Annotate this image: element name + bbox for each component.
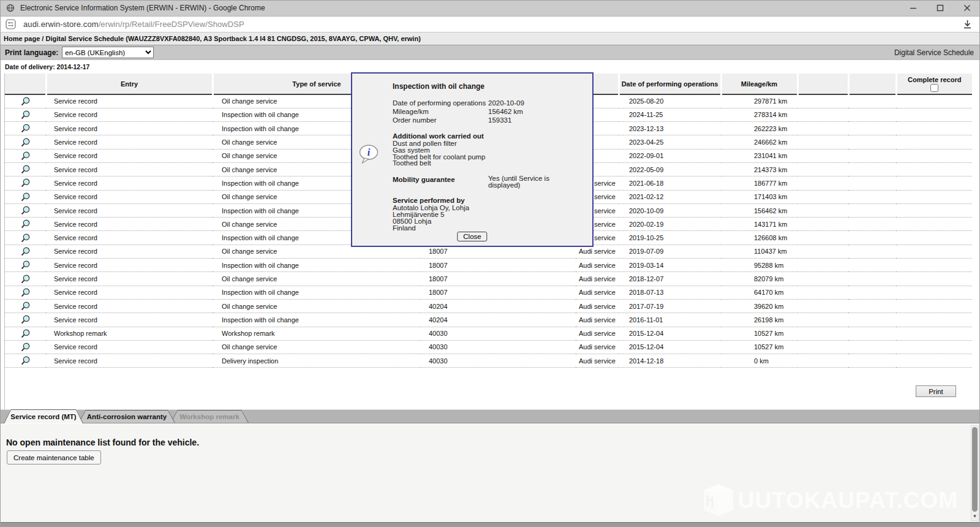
magnifier-icon[interactable] (20, 233, 31, 243)
tab-anti-corrosion-warranty[interactable]: Anti-corrosion warranty (78, 410, 175, 423)
complete-record-checkbox[interactable] (930, 84, 938, 92)
empty-cell (797, 340, 848, 354)
detail-cell (5, 162, 46, 176)
magnifier-icon[interactable] (20, 137, 31, 148)
magnifier-icon[interactable] (20, 328, 31, 339)
empty-cell (797, 122, 848, 135)
empty-cell (848, 176, 896, 190)
empty-cell (797, 94, 848, 108)
entry-cell: Service record (46, 218, 213, 231)
close-button[interactable]: Close (457, 232, 487, 241)
detail-cell (5, 299, 46, 313)
entry-cell: Service record (46, 354, 213, 368)
complete-record-cell (896, 176, 972, 190)
complete-record-cell (896, 203, 972, 217)
scroll-down-arrow[interactable]: ▼ (972, 514, 978, 520)
table-row: Service record Oil change service 40204 … (5, 299, 972, 313)
table-row: Service record Oil change service 18007 … (5, 272, 972, 286)
close-window-button[interactable] (962, 2, 973, 13)
magnifier-icon[interactable] (20, 301, 31, 311)
minimize-button[interactable] (908, 2, 919, 13)
performer-cell: Audi service (576, 272, 619, 286)
mileage-cell: 297871 km (721, 94, 797, 108)
print-button[interactable]: Print (916, 385, 956, 397)
magnifier-icon[interactable] (20, 246, 31, 257)
workshop-number-cell: 40030 (421, 327, 576, 340)
magnifier-icon[interactable] (20, 192, 31, 202)
magnifier-icon[interactable] (20, 355, 31, 366)
empty-cell (848, 190, 896, 203)
empty-cell (797, 176, 848, 190)
magnifier-icon[interactable] (20, 274, 31, 284)
window-titlebar: Electronic Service Information System (E… (0, 0, 980, 17)
empty-cell (797, 231, 848, 245)
date-cell: 2021-06-18 (619, 176, 721, 190)
magnifier-icon[interactable] (20, 219, 31, 229)
type-of-service-cell: Inspection with oil change (213, 313, 421, 327)
magnifier-icon[interactable] (20, 314, 31, 325)
mileage-cell: 126608 km (721, 231, 797, 245)
magnifier-icon[interactable] (20, 287, 31, 298)
magnifier-icon[interactable] (20, 164, 31, 175)
magnifier-icon[interactable] (20, 123, 31, 134)
mileage-cell: 214373 km (721, 162, 797, 176)
date-of-delivery: Date of delivery: 2014-12-17 (5, 63, 89, 70)
complete-record-cell (896, 218, 972, 231)
url-text: audi.erwin-store.com/erwin/rp/Retail/Fre… (23, 20, 244, 29)
workshop-number-cell: 18007 (421, 259, 576, 272)
workshop-number-cell: 18007 (421, 286, 576, 299)
maximize-button[interactable] (935, 2, 946, 13)
type-of-service-cell: Oil change service (213, 340, 421, 354)
type-of-service-cell: Workshop remark (213, 327, 421, 340)
performer-cell: Audi service (576, 327, 619, 340)
close-icon (963, 4, 971, 12)
complete-record-cell (896, 299, 972, 313)
detail-cell (5, 231, 46, 245)
empty-cell (848, 327, 896, 340)
empty-cell (848, 203, 896, 217)
workshop-number-cell: 40204 (421, 313, 576, 327)
detail-cell (5, 94, 46, 108)
print-language-bar: Print language: en-GB (UKEnglish) Digita… (0, 45, 980, 60)
magnifier-icon[interactable] (20, 178, 31, 188)
mobility-guarantee-label: Mobility guarantee (393, 175, 488, 189)
empty-cell (797, 203, 848, 217)
magnifier-icon[interactable] (20, 205, 31, 216)
magnifier-icon[interactable] (20, 110, 31, 120)
workshop-number-cell: 18007 (421, 272, 576, 286)
empty-cell (848, 108, 896, 121)
table-row: Service record Inspection with oil chang… (5, 286, 972, 299)
workshop-number-cell: 40204 (421, 299, 576, 313)
mileage-cell: 262223 km (721, 122, 797, 135)
icon-column-header (5, 74, 46, 94)
type-of-service-cell: Delivery inspection (213, 354, 421, 368)
download-icon[interactable] (962, 19, 973, 29)
scrollbar-thumb[interactable] (972, 427, 978, 512)
site-settings-icon[interactable] (6, 19, 16, 29)
print-language-select[interactable]: en-GB (UKEnglish) (62, 47, 154, 58)
url-path: /erwin/rp/Retail/FreeDSPView/ShowDSP (99, 20, 244, 29)
entry-cell: Service record (46, 149, 213, 162)
tab-service-record-mt[interactable]: Service record (MT) (4, 409, 83, 423)
vertical-scrollbar[interactable]: ▼ (971, 425, 979, 521)
empty-cell (797, 272, 848, 286)
performer-cell: Audi service (576, 259, 619, 272)
complete-record-cell (896, 327, 972, 340)
empty-cell (797, 286, 848, 299)
magnifier-icon[interactable] (20, 342, 31, 352)
magnifier-icon[interactable] (20, 96, 31, 107)
date-cell: 2022-09-01 (619, 149, 721, 162)
additional-work-section: Additional work carried out Dust and pol… (393, 132, 587, 167)
detail-cell (5, 122, 46, 135)
complete-record-cell (896, 122, 972, 135)
magnifier-icon[interactable] (20, 151, 31, 161)
empty-cell (797, 327, 848, 340)
create-maintenance-table-button[interactable]: Create maintenance table (7, 450, 101, 464)
entry-cell: Service record (46, 135, 213, 149)
magnifier-icon[interactable] (20, 260, 31, 270)
mileage-cell: 278314 km (721, 108, 797, 121)
performer-cell: Audi service (576, 299, 619, 313)
entry-cell: Service record (46, 190, 213, 203)
empty-cell (848, 259, 896, 272)
address-bar[interactable]: audi.erwin-store.com/erwin/rp/Retail/Fre… (0, 17, 980, 32)
